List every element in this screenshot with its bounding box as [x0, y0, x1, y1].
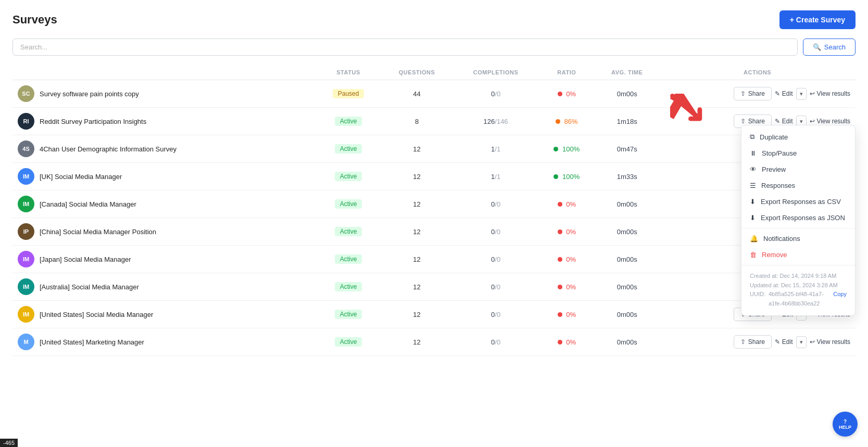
table-row: IP [China] Social Media Manager Position… — [12, 218, 856, 246]
completions-cell: 1/1 — [453, 163, 539, 190]
ratio-value: 0% — [566, 90, 576, 98]
search-button[interactable]: 🔍 Search — [803, 39, 856, 56]
edit-icon: ✎ — [775, 118, 780, 125]
status-badge: Active — [335, 117, 362, 126]
edit-button[interactable]: ✎ Edit — [775, 118, 793, 125]
ratio-value: 100% — [562, 145, 580, 153]
share-button[interactable]: ⇧ Share — [734, 335, 772, 349]
col-ratio: RATIO — [538, 65, 595, 80]
edit-button[interactable]: ✎ Edit — [775, 338, 793, 346]
view-results-button[interactable]: ↩ View results — [810, 90, 850, 97]
status-cell: Active — [316, 135, 381, 163]
search-input[interactable] — [12, 39, 798, 56]
survey-name-cell: IM [Canada] Social Media Manager — [12, 190, 316, 218]
questions-cell: 12 — [381, 135, 452, 163]
status-cell: Active — [316, 328, 381, 356]
status-badge: Active — [335, 254, 362, 264]
dropdown-item-notifications[interactable]: 🔔Notifications — [741, 231, 855, 247]
status-badge: Paused — [333, 89, 364, 98]
survey-name: Reddit Survey Participation Insights — [40, 118, 146, 125]
survey-name-cell: IM [Japan] Social Media Manager — [12, 246, 316, 273]
status-cell: Active — [316, 218, 381, 246]
col-status: STATUS — [316, 65, 381, 80]
create-survey-button[interactable]: + Create Survey — [779, 10, 856, 29]
survey-name: [United States] Social Media Manager — [40, 311, 153, 318]
questions-cell: 8 — [381, 108, 452, 135]
col-questions: QUESTIONS — [381, 65, 452, 80]
ratio-cell: 0% — [538, 273, 595, 301]
table-row: IM [Japan] Social Media Manager Active 1… — [12, 246, 856, 273]
avg-time-cell: 1m33s — [595, 163, 659, 190]
dropdown-chevron-button[interactable]: ▾ — [796, 336, 807, 348]
avatar: IP — [18, 223, 34, 240]
avg-time-cell: 0m47s — [595, 135, 659, 163]
updated-at: Updated at: Dec 15, 2024 3:28 AM — [750, 281, 847, 290]
ratio-dot — [558, 229, 562, 234]
questions-cell: 12 — [381, 301, 452, 328]
edit-icon: ✎ — [775, 90, 780, 97]
table-row: SC Survey software pain points copy Paus… — [12, 80, 856, 108]
table-row: IM [Canada] Social Media Manager Active … — [12, 190, 856, 218]
questions-cell: 12 — [381, 328, 452, 356]
ratio-value: 0% — [566, 256, 576, 263]
surveys-page: Surveys + Create Survey 🔍 Search STATUS … — [0, 0, 868, 447]
completions-cell: 0/0 — [453, 328, 539, 356]
bell-icon: 🔔 — [750, 235, 758, 242]
page-header: Surveys + Create Survey — [12, 10, 856, 29]
help-icon: ? — [844, 419, 847, 425]
avatar: IM — [18, 196, 34, 212]
pause-icon: ⏸ — [750, 149, 757, 157]
survey-name-cell: SC Survey software pain points copy — [12, 80, 316, 108]
edit-icon: ✎ — [775, 338, 780, 346]
search-icon: 🔍 — [813, 43, 821, 51]
survey-name-cell: RI Reddit Survey Participation Insights — [12, 108, 316, 135]
dropdown-item-export-responses-as-csv[interactable]: ⬇Export Responses as CSV — [741, 194, 855, 210]
questions-cell: 12 — [381, 190, 452, 218]
table-row: IM [United States] Social Media Manager … — [12, 301, 856, 328]
ratio-value: 0% — [566, 228, 576, 236]
status-badge: Active — [335, 227, 362, 236]
dropdown-item-remove[interactable]: 🗑Remove — [741, 247, 855, 263]
avg-time-cell: 0m00s — [595, 273, 659, 301]
questions-cell: 12 — [381, 163, 452, 190]
dropdown-meta: Created at: Dec 14, 2024 9:18 AM Updated… — [741, 267, 855, 312]
ratio-value: 0% — [566, 283, 576, 291]
survey-name-cell: IM [UK] Social Media Manager — [12, 163, 316, 190]
coord-badge: -465 — [0, 439, 18, 447]
completions-cell: 0/0 — [453, 273, 539, 301]
dropdown-item-stop/pause[interactable]: ⏸Stop/Pause — [741, 145, 855, 161]
avatar: M — [18, 334, 34, 350]
edit-button[interactable]: ✎ Edit — [775, 90, 793, 97]
view-results-button[interactable]: ↩ View results — [810, 118, 850, 125]
copy-uuid-button[interactable]: Copy — [833, 290, 847, 299]
dropdown-item-preview[interactable]: 👁Preview — [741, 161, 855, 177]
avg-time-cell: 0m00s — [595, 218, 659, 246]
status-cell: Active — [316, 163, 381, 190]
help-button[interactable]: ? HELP — [833, 412, 858, 437]
share-button[interactable]: ⇧ Share — [734, 87, 772, 100]
dropdown-item-export-responses-as-json[interactable]: ⬇Export Responses as JSON — [741, 210, 855, 226]
view-results-icon: ↩ — [810, 338, 815, 346]
completions-cell: 0/0 — [453, 246, 539, 273]
share-icon: ⇧ — [740, 118, 746, 125]
avg-time-cell: 0m00s — [595, 301, 659, 328]
surveys-table: STATUS QUESTIONS COMPLETIONS RATIO AVG. … — [12, 65, 856, 356]
avg-time-cell: 0m00s — [595, 80, 659, 108]
view-results-button[interactable]: ↩ View results — [810, 338, 850, 346]
col-name — [12, 65, 316, 80]
status-badge: Active — [335, 172, 362, 181]
dropdown-chevron-button[interactable]: ▾ — [796, 88, 807, 100]
avatar: 4S — [18, 141, 34, 157]
share-icon: ⇧ — [740, 338, 746, 346]
completions-cell: 0/0 — [453, 80, 539, 108]
ratio-cell: 0% — [538, 246, 595, 273]
actions-cell: ⇧ Share ✎ Edit ▾ ↩ View results — [659, 328, 856, 356]
dropdown-item-duplicate[interactable]: ⧉Duplicate — [741, 129, 855, 145]
avg-time-cell: 1m18s — [595, 108, 659, 135]
survey-name: [Australia] Social Media Manager — [40, 283, 139, 291]
avg-time-cell: 0m00s — [595, 190, 659, 218]
table-row: IM [UK] Social Media Manager Active 12 1… — [12, 163, 856, 190]
red-arrow-indicator — [670, 94, 707, 132]
dropdown-item-responses[interactable]: ☰Responses — [741, 177, 855, 194]
questions-cell: 12 — [381, 273, 452, 301]
